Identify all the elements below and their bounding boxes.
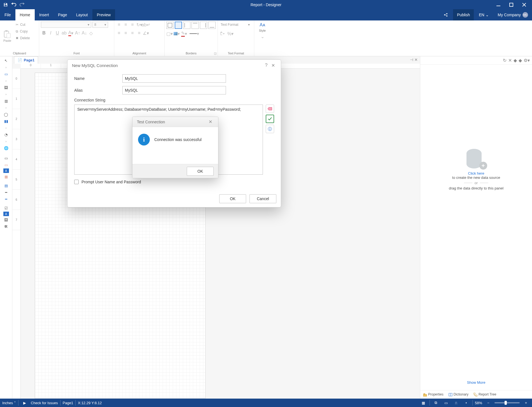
test-dialog-title: Test Connection [137, 120, 165, 124]
info-icon: i [138, 134, 150, 145]
test-dialog-ok-button[interactable]: OK [187, 167, 214, 176]
test-dialog-message: Connection was successful [154, 137, 202, 142]
clear-connection-icon[interactable] [266, 105, 274, 113]
connection-string-label: Connection String [74, 98, 274, 102]
test-connection-icon[interactable] [266, 115, 274, 123]
dialog-close-icon[interactable]: ✕ [270, 63, 276, 68]
name-label: Name [74, 76, 119, 81]
svg-rect-18 [270, 129, 270, 130]
info-connection-icon[interactable] [266, 125, 274, 133]
modal-overlay: New MySQL Connection ? ✕ Name Alias Conn… [0, 0, 532, 407]
help-icon[interactable]: ? [263, 63, 270, 68]
prompt-label: Prompt User Name and Password [81, 180, 141, 184]
dialog-ok-button[interactable]: OK [219, 194, 246, 203]
alias-label: Alias [74, 88, 119, 92]
prompt-checkbox[interactable] [74, 180, 79, 184]
test-dialog-close-icon[interactable]: ✕ [207, 119, 214, 124]
name-input[interactable] [122, 74, 226, 83]
alias-input[interactable] [122, 86, 226, 94]
svg-point-17 [270, 128, 270, 128]
dialog-title: New MySQL Connection [72, 63, 118, 68]
test-connection-dialog: Test Connection ✕ i Connection was succe… [132, 117, 218, 178]
dialog-cancel-button[interactable]: Cancel [249, 194, 276, 203]
